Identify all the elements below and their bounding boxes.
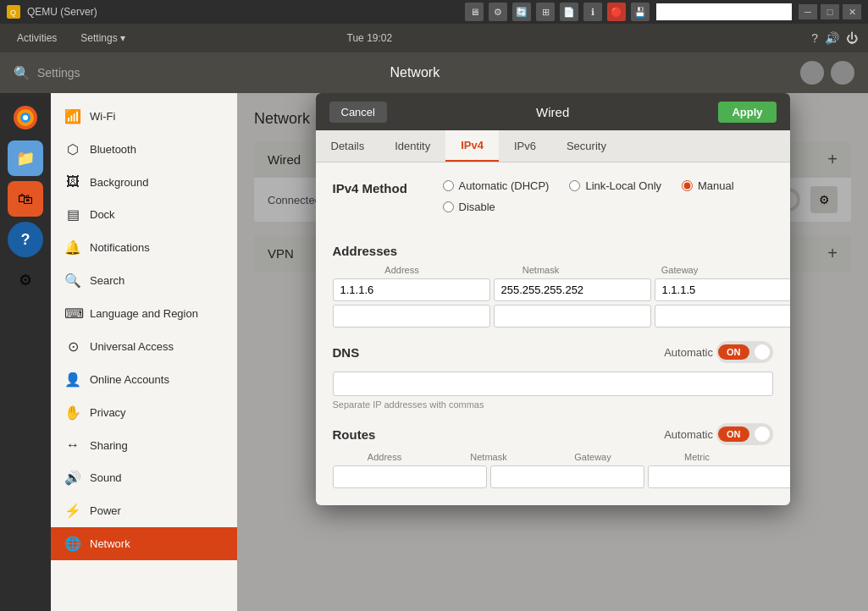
routes-toggle-control[interactable]: ON: [716, 423, 773, 445]
icon-gear[interactable]: ⚙: [489, 3, 507, 21]
dock-help[interactable]: ?: [8, 222, 43, 257]
dock-settings[interactable]: ⚙: [8, 262, 43, 298]
method-link-local-radio[interactable]: [569, 180, 580, 191]
sidebar-item-power[interactable]: ⚡ Power: [51, 494, 237, 527]
dock: 📁 🛍 ? ⚙: [0, 93, 51, 611]
search-icon-top[interactable]: 🔍: [14, 65, 30, 81]
dialog-title: Wired: [387, 105, 718, 119]
apply-button[interactable]: Apply: [718, 102, 776, 123]
routes-gateway-input[interactable]: [648, 465, 790, 488]
ipv4-method-group: Automatic (DHCP) Link-Local Only Manual: [443, 179, 773, 213]
sound-icon[interactable]: 🔊: [825, 31, 839, 45]
method-link-local[interactable]: Link-Local Only: [569, 179, 661, 192]
tab-details[interactable]: Details: [316, 130, 380, 162]
dialog-tabs: Details Identity IPv4 IPv6 Security: [316, 130, 790, 162]
main-layout: 📁 🛍 ? ⚙ 📶 Wi-Fi ⬡ Bluetooth 🖼 Background…: [0, 93, 868, 611]
gateway-1-input[interactable]: [655, 278, 790, 301]
settings-label: Settings: [37, 66, 80, 80]
dns-toggle-circle: [755, 344, 770, 360]
routes-label: Routes: [333, 427, 665, 442]
notifications-icon: 🔔: [64, 239, 81, 256]
sidebar-item-online-accounts[interactable]: 👤 Online Accounts: [51, 363, 237, 396]
sidebar-item-sound[interactable]: 🔊 Sound: [51, 461, 237, 494]
background-icon: 🖼: [64, 174, 81, 190]
window-controls: ─ □ ✕: [799, 4, 861, 19]
dns-input[interactable]: [333, 372, 773, 396]
dialog-header: Cancel Wired Apply: [316, 93, 790, 130]
method-manual[interactable]: Manual: [682, 179, 734, 192]
routes-col-gateway: Gateway: [541, 452, 645, 462]
tab-identity[interactable]: Identity: [379, 130, 445, 162]
close-button[interactable]: ✕: [843, 4, 861, 19]
address-1-input[interactable]: [333, 278, 490, 301]
sidebar-item-privacy[interactable]: ✋ Privacy: [51, 396, 237, 429]
tab-ipv4[interactable]: IPv4: [445, 130, 499, 162]
page-title: Network: [97, 65, 733, 80]
address-2-input[interactable]: [333, 305, 490, 328]
netmask-1-input[interactable]: [494, 278, 651, 301]
avatar[interactable]: [800, 61, 824, 85]
icon-info[interactable]: ℹ: [583, 3, 602, 21]
title-bar-search[interactable]: [656, 3, 792, 20]
icon-doc[interactable]: 📄: [560, 3, 578, 21]
app-icon: Q: [7, 5, 20, 19]
dialog-overlay: Cancel Wired Apply Details Identity IPv4…: [237, 93, 868, 611]
sidebar-item-notifications[interactable]: 🔔 Notifications: [51, 231, 237, 264]
dns-section: DNS Automatic ON Separate IP addresses w…: [333, 341, 773, 410]
sidebar-item-wifi[interactable]: 📶 Wi-Fi: [51, 100, 237, 133]
icon-monitor[interactable]: 🖥: [465, 3, 484, 21]
routes-section: Routes Automatic ON Address N: [333, 423, 773, 488]
wired-dialog: Cancel Wired Apply Details Identity IPv4…: [316, 93, 790, 505]
help-icon[interactable]: ?: [811, 31, 818, 45]
icon-stop[interactable]: 🔴: [607, 3, 626, 21]
taskbar: Activities Settings ▾ Tue 19:02 ? 🔊 ⏻: [0, 24, 868, 52]
settings-menu-button[interactable]: Settings ▾: [74, 29, 132, 47]
method-automatic-radio[interactable]: [443, 180, 454, 191]
sidebar-item-language[interactable]: ⌨ Language and Region: [51, 297, 237, 330]
power-icon-si: ⚡: [64, 503, 81, 519]
sidebar-item-sharing[interactable]: ↔ Sharing: [51, 429, 237, 461]
method-manual-radio[interactable]: [682, 180, 693, 191]
dock-appstore[interactable]: 🛍: [8, 181, 43, 217]
routes-toggle-circle: [755, 427, 770, 442]
routes-row: Routes Automatic ON: [333, 423, 773, 445]
online-accounts-icon: 👤: [64, 372, 81, 388]
sidebar-item-network[interactable]: 🌐 Network: [51, 527, 237, 560]
method-disable-radio[interactable]: [443, 201, 454, 212]
dock-firefox[interactable]: [8, 100, 43, 135]
top-bar: 🔍 Settings Network: [0, 52, 868, 93]
dns-toggle-control[interactable]: ON: [716, 341, 773, 363]
sidebar-item-search[interactable]: 🔍 Search: [51, 264, 237, 297]
title-bar: Q QEMU (Server) 🖥 ⚙ 🔄 ⊞ 📄 ℹ 🔴 💾 ─ □ ✕: [0, 0, 868, 24]
minimize-button[interactable]: ─: [799, 4, 817, 19]
icon-refresh[interactable]: 🔄: [512, 3, 531, 21]
method-disable[interactable]: Disable: [443, 201, 495, 213]
sidebar-item-bluetooth[interactable]: ⬡ Bluetooth: [51, 133, 237, 166]
avatar-2[interactable]: [831, 61, 854, 85]
bluetooth-icon: ⬡: [64, 141, 81, 157]
maximize-button[interactable]: □: [821, 4, 839, 19]
routes-netmask-input[interactable]: [490, 465, 644, 488]
method-automatic[interactable]: Automatic (DHCP): [443, 179, 550, 192]
icon-save[interactable]: 💾: [631, 3, 650, 21]
cancel-button[interactable]: Cancel: [329, 102, 387, 123]
activities-button[interactable]: Activities: [10, 29, 64, 47]
gateway-2-input[interactable]: [655, 305, 790, 328]
dock-files[interactable]: 📁: [8, 140, 43, 176]
language-icon: ⌨: [64, 306, 81, 322]
col-address: Address: [333, 265, 472, 275]
power-icon[interactable]: ⏻: [846, 31, 858, 45]
netmask-2-input[interactable]: [494, 305, 651, 328]
dock-icon-si: ▤: [64, 206, 81, 223]
tab-security[interactable]: Security: [551, 130, 622, 162]
sidebar-item-background[interactable]: 🖼 Background: [51, 166, 237, 198]
sidebar-item-dock[interactable]: ▤ Dock: [51, 198, 237, 231]
routes-automatic-label: Automatic: [664, 428, 713, 441]
routes-col-netmask: Netmask: [437, 452, 541, 462]
col-netmask: Netmask: [472, 265, 611, 275]
routes-address-input[interactable]: [333, 465, 487, 488]
tab-ipv6[interactable]: IPv6: [499, 130, 551, 162]
icon-windows[interactable]: ⊞: [536, 3, 555, 21]
sidebar-item-universal-access[interactable]: ⊙ Universal Access: [51, 330, 237, 363]
dialog-body: IPv4 Method Automatic (DHCP) Link-Local …: [316, 162, 790, 505]
